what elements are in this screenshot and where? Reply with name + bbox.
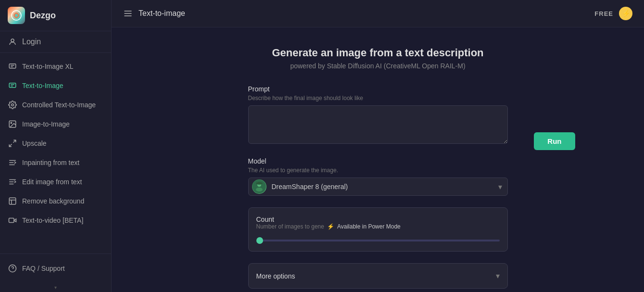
content-area: Generate an image from a text descriptio… (112, 27, 644, 292)
svg-point-32 (256, 188, 263, 191)
prompt-hint: Describe how the final image should look… (248, 95, 508, 102)
app-name: Dezgo (30, 11, 56, 21)
page-subtitle: powered by Stable Diffusion AI (Creative… (162, 62, 594, 70)
sidebar-header: Dezgo (0, 0, 111, 31)
sidebar-item-edit-image-from-text[interactable]: Edit image from text (0, 172, 111, 191)
sidebar-footer: FAQ / Support (0, 254, 111, 283)
video-icon (8, 216, 17, 225)
nav-label: Image-to-Image (22, 120, 70, 128)
nav-label: Remove background (22, 197, 84, 205)
model-select[interactable]: DreamShaper 8 (general) (248, 178, 508, 196)
svg-point-2 (11, 39, 14, 42)
svg-line-13 (9, 144, 12, 147)
free-badge: FREE (594, 10, 613, 17)
form-section: Prompt Describe how the final image shou… (248, 85, 508, 289)
user-icon (8, 37, 17, 47)
prompt-textarea[interactable] (248, 105, 508, 144)
svg-point-1 (15, 14, 18, 17)
svg-point-11 (11, 122, 12, 123)
count-hint-pre: Number of images to gene (256, 223, 324, 230)
count-label: Count (256, 216, 500, 223)
prompt-label: Prompt (248, 85, 508, 93)
topbar-title: Text-to-image (139, 9, 185, 18)
model-avatar (252, 179, 266, 194)
upscale-icon (8, 139, 17, 148)
image-icon (8, 119, 17, 129)
svg-rect-23 (9, 218, 14, 223)
sidebar-item-text-to-image[interactable]: Text-to-Image (0, 76, 111, 95)
settings-icon (8, 100, 17, 110)
power-mode-text: Available in Power Mode (337, 223, 401, 230)
nav-label: Inpainting from text (22, 159, 79, 166)
edit-icon (8, 177, 17, 187)
more-options-chevron-icon: ▾ (496, 271, 500, 280)
more-options-label: More options (256, 272, 295, 280)
scroll-indicator: ▾ (0, 283, 111, 292)
nav-label: Edit image from text (22, 178, 82, 186)
model-hint: The AI used to generate the image. (248, 167, 508, 174)
power-button[interactable]: ⚡ (619, 7, 632, 20)
sidebar: Dezgo Login Text-to-Image XL (0, 0, 112, 292)
more-options-section[interactable]: More options ▾ (248, 263, 508, 289)
inpaint-icon (8, 158, 17, 167)
nav-label: Upscale (22, 140, 47, 147)
subtitle-pre: powered by Stable Diffusion AI (290, 62, 381, 70)
page-heading: Generate an image from a text descriptio… (162, 47, 594, 70)
nav-label: Controlled Text-to-Image (22, 101, 96, 109)
topbar-right: FREE ⚡ (594, 7, 632, 20)
slider-wrapper (256, 235, 500, 243)
prompt-group: Prompt Describe how the final image shou… (248, 85, 508, 146)
sidebar-item-controlled-text-to-image[interactable]: Controlled Text-to-Image (0, 95, 111, 114)
content-inner: Generate an image from a text descriptio… (162, 47, 594, 292)
svg-line-12 (13, 140, 16, 142)
sidebar-item-upscale[interactable]: Upscale (0, 134, 111, 153)
menu-icon[interactable] (123, 9, 133, 18)
main-area: Text-to-image FREE ⚡ Generate an image f… (112, 0, 644, 292)
svg-rect-35 (258, 182, 261, 184)
model-select-wrapper: DreamShaper 8 (general) ▾ (248, 178, 508, 196)
sidebar-item-text-to-video[interactable]: Text-to-video [BETA] (0, 211, 111, 230)
sidebar-item-text-to-image-xl[interactable]: Text-to-Image XL (0, 57, 111, 76)
count-hint: Number of images to gene ⚡ Available in … (256, 223, 500, 230)
svg-rect-6 (9, 83, 16, 88)
chat2-icon (8, 81, 17, 90)
subtitle-link: (CreativeML Open RAIL-M) (384, 62, 466, 70)
remove-bg-icon (8, 196, 17, 206)
login-label: Login (22, 38, 41, 46)
page-title: Generate an image from a text descriptio… (162, 47, 594, 59)
model-group: Model The AI used to generate the image. (248, 157, 508, 196)
svg-point-9 (12, 104, 14, 106)
sidebar-item-inpainting-from-text[interactable]: Inpainting from text (0, 153, 111, 172)
nav-label: Text-to-video [BETA] (22, 216, 83, 224)
chat-icon (8, 62, 17, 71)
model-label: Model (248, 157, 508, 165)
login-button[interactable]: Login (0, 31, 111, 53)
sidebar-item-image-to-image[interactable]: Image-to-Image (0, 114, 111, 134)
count-slider[interactable] (256, 240, 500, 241)
faq-label: FAQ / Support (22, 265, 65, 272)
count-section: Count Number of images to gene ⚡ Availab… (248, 207, 508, 252)
svg-rect-20 (9, 198, 16, 204)
sidebar-item-remove-background[interactable]: Remove background (0, 191, 111, 211)
faq-icon (8, 264, 17, 273)
faq-support-link[interactable]: FAQ / Support (8, 260, 103, 277)
power-icon: ⚡ (327, 223, 334, 230)
nav-label: Text-to-Image (22, 82, 63, 89)
logo-icon (8, 7, 25, 24)
topbar: Text-to-image FREE ⚡ (112, 0, 644, 27)
sidebar-nav: Text-to-Image XL Text-to-Image Controlle… (0, 53, 111, 254)
svg-rect-3 (9, 64, 16, 68)
nav-label: Text-to-Image XL (22, 63, 74, 70)
run-button[interactable]: Run (534, 132, 575, 150)
